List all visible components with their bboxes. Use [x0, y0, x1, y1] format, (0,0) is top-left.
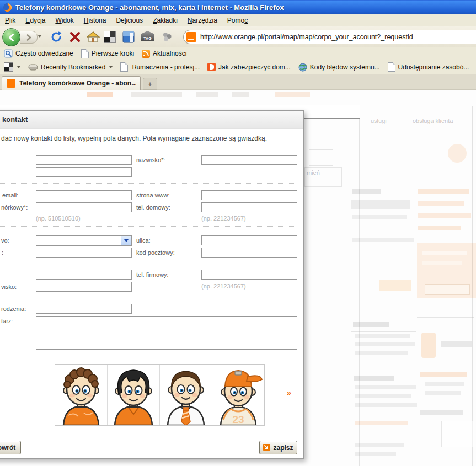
mobile-phone-hint: (np. 510510510)	[36, 215, 81, 222]
background-ghost-line	[351, 229, 416, 229]
bookmark-recently-bookmarked[interactable]: Recently Bookmarked	[24, 63, 116, 71]
browser-window: Telefony komórkowe Orange - abonament, m…	[0, 0, 476, 466]
url-bar[interactable]: http://www.orange.pl/portal/map/map/corp…	[183, 30, 476, 44]
menu-zakladki[interactable]: Zakładki	[148, 15, 183, 25]
bookmark-tlumaczenia[interactable]: Tłumaczenia - profesj...	[116, 62, 204, 72]
background-ghost-text	[422, 251, 467, 255]
contact-dialog: kontakt dać nowy kontakt do listy, wypeł…	[0, 110, 304, 459]
bookmark-udostepnianie[interactable]: Udostępnianie zasobó...	[384, 62, 473, 72]
first-name-input[interactable]	[36, 155, 132, 165]
frequent-visited-icon	[4, 49, 13, 58]
menu-widok[interactable]: Widok	[50, 15, 78, 25]
share-button[interactable]	[161, 30, 174, 44]
mobile-phone-input[interactable]	[36, 202, 132, 212]
background-ghost-text	[352, 215, 407, 219]
background-column-line	[346, 126, 346, 466]
back-button[interactable]	[2, 28, 20, 46]
new-tab-button[interactable]: +	[143, 78, 157, 90]
menu-delicious[interactable]: Delicious	[111, 15, 148, 25]
save-button[interactable]: zapisz	[259, 441, 297, 454]
region-select[interactable]	[36, 235, 132, 246]
home-phone-hint: (np. 221234567)	[201, 215, 246, 222]
save-icon	[263, 444, 270, 451]
separator	[0, 357, 299, 357]
avatar-curly-brown-hair[interactable]	[55, 365, 108, 425]
bookmarks-bar-1: Często odwiedzane Pierwsze kroki Aktualn…	[0, 47, 476, 60]
text-cursor	[39, 157, 39, 163]
second-name-input[interactable]	[36, 167, 132, 177]
avatar-black-shaggy-hair[interactable]	[108, 365, 160, 425]
background-ghost-heading	[354, 376, 394, 381]
birth-date-input[interactable]	[36, 304, 132, 314]
bookmark-czesto-odwiedzane[interactable]: Często odwiedzane	[0, 49, 77, 58]
delicious-toolbar-button[interactable]	[0, 62, 24, 72]
select-dropdown-button[interactable]	[121, 236, 131, 245]
background-ghost-text	[422, 261, 462, 265]
last-name-input[interactable]	[201, 155, 297, 165]
url-text[interactable]: http://www.orange.pl/portal/map/map/corp…	[200, 33, 417, 41]
bookmark-jak-zabezpieczyc[interactable]: Jak zabezpieczyć dom...	[204, 63, 295, 71]
chevron-down-icon	[17, 66, 20, 68]
company-input[interactable]	[36, 270, 132, 280]
city-input[interactable]	[36, 248, 132, 258]
bookmarks-bar-2: Recently Bookmarked Tłumaczenia - profes…	[0, 60, 476, 74]
bookmark-pierwsze-kroki[interactable]: Pierwsze kroki	[77, 49, 138, 58]
back-dialog-button-label: owrót	[0, 444, 15, 452]
bookmark-label: Recently Bookmarked	[41, 63, 105, 71]
chevron-down-icon	[124, 239, 129, 242]
history-dropdown-caret[interactable]	[38, 35, 42, 38]
bookmark-label: Kody błędów systemu...	[310, 63, 380, 71]
menu-narzedzia[interactable]: Narzędzia	[183, 15, 222, 25]
tag-button[interactable]: TAG	[140, 31, 155, 41]
work-phone-input[interactable]	[201, 270, 297, 280]
forward-button[interactable]	[20, 31, 38, 44]
globe-icon	[298, 63, 307, 72]
tab-title: Telefony komórkowe Orange - abon...	[19, 79, 136, 87]
stop-button[interactable]	[67, 29, 83, 45]
stop-x-icon	[69, 31, 81, 43]
tab-orange[interactable]: Telefony komórkowe Orange - abon...	[2, 76, 141, 90]
position-input[interactable]	[36, 282, 132, 292]
background-ghost-heading	[351, 200, 410, 209]
background-ghost-box	[309, 149, 333, 166]
email-input[interactable]	[36, 190, 132, 200]
menu-edycja[interactable]: Edycja	[20, 15, 50, 25]
background-ghost-text	[355, 421, 408, 425]
delicious-checker-icon	[4, 62, 13, 72]
background-ghost-link	[418, 213, 471, 218]
bookmark-kody-bledow[interactable]: Kody błędów systemu...	[295, 63, 384, 72]
avatar-orange-cap[interactable]: 23	[212, 365, 264, 425]
orange-favicon	[7, 79, 15, 88]
separator	[0, 301, 299, 301]
blue-bookmark-icon	[122, 31, 135, 43]
street-input[interactable]	[201, 235, 297, 245]
avatar-shirt-and-tie[interactable]	[160, 365, 212, 425]
menu-pomoc[interactable]: Pomoc	[222, 15, 253, 25]
separator	[0, 226, 299, 227]
forward-arrow-icon	[25, 34, 32, 41]
menu-historia[interactable]: Historia	[79, 15, 111, 25]
save-button-label: zapisz	[273, 444, 293, 452]
background-ghost-glyph	[421, 333, 436, 358]
bookmark-label: Udostępnianie zasobó...	[398, 63, 469, 71]
delicious-sites-button[interactable]	[103, 30, 117, 44]
background-ghost-button	[379, 280, 411, 291]
menu-plik[interactable]: Plik	[0, 15, 20, 25]
reload-button[interactable]	[49, 29, 64, 45]
avatar-next-button[interactable]: »	[287, 388, 291, 397]
background-ghost-text	[355, 342, 415, 346]
bookmark-aktualnosci[interactable]: Aktualności	[138, 50, 190, 58]
delicious-bookmarks-button[interactable]	[121, 30, 136, 44]
home-phone-input[interactable]	[201, 202, 297, 212]
separator	[0, 147, 299, 147]
background-ghost-text	[355, 351, 408, 355]
background-ghost-text	[355, 403, 417, 407]
bookmark-polska-numery[interactable]: Polska - Numery kie...	[473, 63, 476, 71]
website-input[interactable]	[201, 190, 297, 200]
window-titlebar[interactable]: Telefony komórkowe Orange - abonament, m…	[0, 0, 476, 14]
postal-code-input[interactable]	[201, 248, 297, 258]
home-button[interactable]	[85, 29, 101, 45]
back-dialog-button[interactable]: owrót	[0, 441, 21, 454]
comment-textarea[interactable]	[36, 316, 297, 350]
background-menu-uslugi: usługi	[371, 117, 387, 124]
